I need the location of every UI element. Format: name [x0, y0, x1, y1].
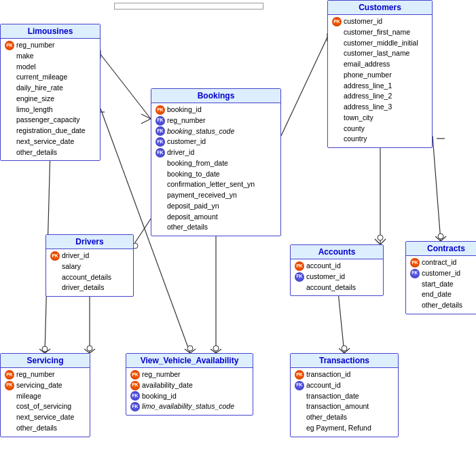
field-label: current_mileage	[16, 72, 67, 83]
field-label: reg_number	[142, 369, 181, 380]
entity-body-drivers: PKdriver_idsalaryaccount_detailsdriver_d…	[46, 249, 133, 296]
field-row: FKbooking_status_code	[155, 126, 276, 137]
fk-badge: FK	[155, 148, 165, 158]
badge-placeholder	[332, 134, 342, 144]
field-label: registration_due_date	[16, 126, 86, 136]
field-row: PKreg_number	[5, 40, 96, 51]
svg-line-17	[433, 136, 441, 241]
field-row: PKavailability_date	[130, 380, 249, 391]
entity-limousines: LimousinesPKreg_numbermakemodelcurrent_m…	[0, 24, 100, 161]
badge-placeholder	[5, 391, 14, 401]
field-row: mileage	[5, 391, 86, 402]
field-label: booking_from_date	[167, 158, 228, 169]
fk-badge: FK	[155, 116, 165, 126]
badge-placeholder	[332, 60, 342, 69]
badge-placeholder	[5, 52, 14, 61]
pk-badge: PK	[295, 261, 304, 271]
pk-badge: PK	[295, 370, 304, 380]
field-row: email_address	[332, 59, 428, 70]
fk-badge: FK	[130, 402, 140, 411]
field-row: customer_first_name	[332, 27, 428, 38]
svg-line-1	[141, 114, 151, 119]
entity-header-contracts: Contracts	[406, 242, 476, 256]
pk-badge: PK	[332, 17, 342, 26]
field-row: passenger_capacity	[5, 115, 96, 126]
field-row: transaction_date	[295, 391, 394, 402]
field-row: model	[5, 62, 96, 73]
field-label: booking_id	[167, 105, 202, 115]
fk-badge: FK	[295, 272, 304, 282]
field-label: reg_number	[16, 369, 55, 380]
svg-point-41	[213, 346, 219, 351]
pk-badge: PK	[5, 381, 14, 390]
entity-header-customers: Customers	[328, 1, 432, 15]
badge-placeholder	[5, 424, 14, 433]
svg-point-46	[87, 346, 92, 351]
field-row: next_service_date	[5, 412, 86, 423]
badge-placeholder	[5, 137, 14, 147]
field-label: booking_id	[142, 391, 177, 402]
badge-placeholder	[50, 283, 60, 293]
svg-line-20	[441, 236, 446, 241]
field-row: limo_length	[5, 105, 96, 115]
field-label: transaction_amount	[306, 401, 369, 412]
field-label: customer_id	[422, 268, 460, 279]
entity-header-view_vehicle: View_Vehicle_Availability	[126, 354, 253, 368]
badge-placeholder	[5, 73, 14, 82]
pk-badge: PK	[50, 251, 60, 261]
entity-header-transactions: Transactions	[291, 354, 398, 368]
field-label: reg_number	[167, 115, 206, 126]
svg-line-0	[100, 54, 151, 119]
svg-point-16	[378, 235, 383, 240]
badge-placeholder	[155, 191, 165, 200]
field-label: engine_size	[16, 94, 54, 105]
field-row: make	[5, 51, 96, 62]
svg-line-19	[435, 236, 441, 241]
field-row: PKreg_number	[5, 369, 86, 380]
field-row: other_details	[295, 412, 394, 423]
field-label: driver_id	[62, 251, 89, 261]
entity-body-transactions: PKtransaction_idFKaccount_idtransaction_…	[291, 368, 398, 437]
svg-point-31	[42, 346, 48, 352]
field-label: driver_details	[62, 282, 104, 293]
badge-placeholder	[295, 402, 304, 411]
svg-point-36	[187, 346, 193, 351]
field-row: phone_number	[332, 70, 428, 81]
field-label: account_details	[62, 272, 111, 283]
field-label: end_date	[422, 289, 452, 300]
field-label: booking_to_date	[167, 169, 220, 180]
field-row: PKaccount_id	[295, 261, 379, 272]
field-label: customer_id	[306, 272, 345, 282]
field-label: deposit_amount	[167, 212, 218, 223]
field-row: account_details	[295, 282, 379, 293]
field-row: cost_of_servicing	[5, 401, 86, 412]
entity-body-view_vehicle: PKreg_numberPKavailability_dateFKbooking…	[126, 368, 253, 415]
field-row: daily_hire_rate	[5, 83, 96, 94]
field-row: PKcustomer_id	[332, 16, 428, 27]
entity-header-bookings: Bookings	[151, 89, 280, 103]
field-row: PKtransaction_id	[295, 369, 394, 380]
field-label: mileage	[16, 391, 41, 402]
field-row: other_details	[155, 222, 276, 233]
field-label: other_details	[167, 222, 208, 233]
field-label: address_line_1	[344, 81, 392, 92]
field-label: booking_status_code	[167, 126, 234, 137]
field-label: customer_id	[167, 136, 206, 147]
svg-line-14	[375, 239, 380, 244]
field-row: FKcustomer_id	[155, 136, 276, 147]
field-label: customer_middle_initial	[344, 38, 418, 49]
entity-contracts: ContractsPKcontract_idFKcustomer_idstart…	[405, 241, 476, 314]
field-label: passenger_capacity	[16, 115, 79, 126]
field-row: booking_from_date	[155, 158, 276, 169]
badge-placeholder	[5, 147, 14, 157]
pk-badge: PK	[5, 370, 14, 380]
field-label: address_line_3	[344, 102, 392, 113]
field-label: customer_first_name	[344, 27, 410, 38]
field-row: other_details	[5, 147, 96, 158]
title-box	[114, 3, 263, 10]
badge-placeholder	[295, 282, 304, 292]
entity-header-accounts: Accounts	[291, 245, 383, 259]
badge-placeholder	[5, 62, 14, 71]
badge-placeholder	[5, 105, 14, 114]
svg-line-4	[281, 37, 327, 136]
